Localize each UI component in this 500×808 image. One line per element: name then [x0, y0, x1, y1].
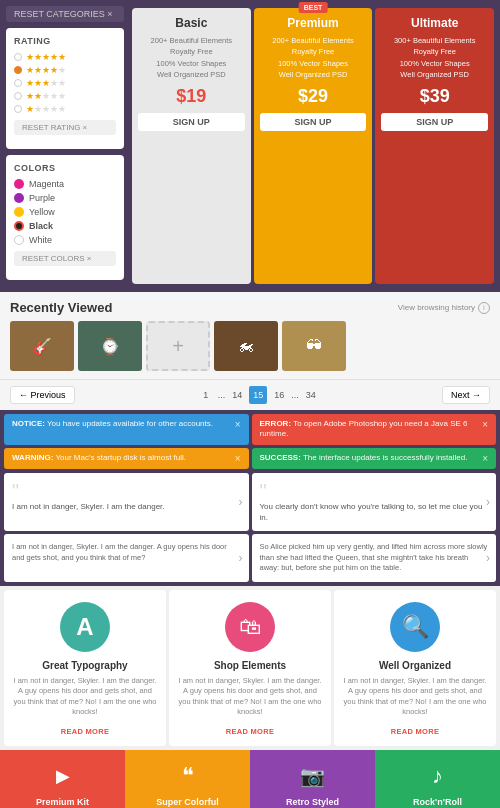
feature-cards-section: A Great Typography I am not in danger, S…	[0, 586, 500, 750]
shop-read-more[interactable]: READ MORE	[226, 727, 275, 736]
warning-text: Your Mac's startup disk is almost full.	[55, 453, 186, 462]
quote-arrow-1[interactable]: ›	[239, 494, 243, 511]
organized-title: Well Organized	[342, 660, 488, 671]
organized-icon-circle: 🔍	[390, 602, 440, 652]
tile-retro-styled[interactable]: 📷 Retro Styled	[250, 750, 375, 808]
success-close-button[interactable]: ×	[482, 453, 488, 464]
quote-arrow-2[interactable]: ›	[486, 494, 490, 511]
ultimate-title: Ultimate	[381, 16, 488, 30]
rating-2star[interactable]: ★★★★★	[14, 91, 116, 101]
quote-box-4: So Alice picked him up very gently, and …	[252, 534, 497, 582]
radio-1star[interactable]	[14, 105, 22, 113]
quote-arrow-3[interactable]: ›	[239, 550, 243, 567]
page-1[interactable]: 1	[197, 386, 215, 404]
pricing-basic: Basic 200+ Beautiful ElementsRoyalty Fre…	[132, 8, 251, 284]
premium-title: Premium	[260, 16, 367, 30]
thumb-1[interactable]: 🎸	[10, 321, 74, 371]
purple-dot	[14, 193, 24, 203]
typography-read-more[interactable]: READ MORE	[61, 727, 110, 736]
best-badge: BEST	[299, 2, 328, 13]
pricing-area: Basic 200+ Beautiful ElementsRoyalty Fre…	[130, 0, 500, 292]
rating-4star[interactable]: ★★★★★	[14, 65, 116, 75]
premium-features: 200+ Beautiful ElementsRoyalty Free100% …	[260, 35, 367, 80]
basic-title: Basic	[138, 16, 245, 30]
tile-rocknroll[interactable]: ♪ Rock'n'Roll	[375, 750, 500, 808]
ultimate-features: 300+ Beautiful ElementsRoyalty Free100% …	[381, 35, 488, 80]
rating-3star[interactable]: ★★★★★	[14, 78, 116, 88]
radio-4star[interactable]	[14, 66, 22, 74]
view-history-link[interactable]: View browsing history i	[398, 302, 490, 314]
pricing-premium: BEST Premium 200+ Beautiful ElementsRoya…	[254, 8, 373, 284]
quote-text-1: I am not in danger, Skyler. I am the dan…	[12, 501, 241, 512]
reset-colors-button[interactable]: RESET COLORS ×	[14, 251, 116, 266]
typography-icon-circle: A	[60, 602, 110, 652]
radio-2star[interactable]	[14, 92, 22, 100]
thumb-2[interactable]: ⌚	[78, 321, 142, 371]
thumb-3[interactable]: 🏍	[214, 321, 278, 371]
thumbnails-row: 🎸 ⌚ + 🏍 🕶	[10, 321, 490, 371]
color-black[interactable]: Black	[14, 221, 116, 231]
error-label: ERROR:	[260, 419, 292, 428]
yellow-dot	[14, 207, 24, 217]
rating-5star[interactable]: ★★★★★	[14, 52, 116, 62]
page-16[interactable]: 16	[270, 386, 288, 404]
thumb-1-img: 🎸	[10, 321, 74, 371]
organized-read-more[interactable]: READ MORE	[391, 727, 440, 736]
basic-signup-button[interactable]: SIGN UP	[138, 113, 245, 131]
organized-text: I am not in danger, Skyler. I am the dan…	[342, 676, 488, 718]
reset-rating-button[interactable]: RESET RATING ×	[14, 120, 116, 135]
reset-categories-button[interactable]: RESET CATEGORIES ×	[6, 6, 124, 22]
stars-5: ★★★★★	[26, 52, 66, 62]
empty-star-4: ★	[58, 65, 66, 75]
next-button[interactable]: Next →	[442, 386, 490, 404]
radio-3star[interactable]	[14, 79, 22, 87]
bottom-tiles: ▶ Premium Kit ❝ Super Colorful 📷 Retro S…	[0, 750, 500, 808]
ellipsis-1: ...	[218, 390, 226, 400]
error-notification: ERROR: To open Adobe Photoshop you need …	[252, 414, 497, 445]
white-label: White	[29, 235, 52, 245]
stars-2: ★★	[26, 91, 42, 101]
ellipsis-2: ...	[291, 390, 299, 400]
quote-box-3: I am not in danger, Skyler. I am the dan…	[4, 534, 249, 582]
color-purple[interactable]: Purple	[14, 193, 116, 203]
quote-text-2: You clearly don't know who you're talkin…	[260, 501, 489, 523]
premium-signup-button[interactable]: SIGN UP	[260, 113, 367, 131]
radio-5star[interactable]	[14, 53, 22, 61]
page-34[interactable]: 34	[302, 386, 320, 404]
retro-styled-label: Retro Styled	[286, 797, 339, 807]
colorful-icon: ❝	[172, 760, 204, 792]
basic-price: $19	[138, 86, 245, 107]
ultimate-signup-button[interactable]: SIGN UP	[381, 113, 488, 131]
prev-button[interactable]: ← Previous	[10, 386, 75, 404]
colors-filter-box: COLORS Magenta Purple Yellow Black	[6, 155, 124, 280]
tile-super-colorful[interactable]: ❝ Super Colorful	[125, 750, 250, 808]
page-14[interactable]: 14	[228, 386, 246, 404]
empty-star-1: ★★★★	[34, 104, 66, 114]
premium-price: $29	[260, 86, 367, 107]
warning-close-button[interactable]: ×	[235, 453, 241, 464]
thumb-4[interactable]: 🕶	[282, 321, 346, 371]
empty-star-2: ★★★	[42, 91, 66, 101]
notifications-area: NOTICE: You have updates available for o…	[0, 410, 500, 473]
quote-arrow-4[interactable]: ›	[486, 550, 490, 567]
page-numbers: 1 ... 14 15 16 ... 34	[197, 386, 320, 404]
rocknroll-icon: ♪	[422, 760, 454, 792]
color-white[interactable]: White	[14, 235, 116, 245]
thumb-add[interactable]: +	[146, 321, 210, 371]
tile-premium-kit[interactable]: ▶ Premium Kit	[0, 750, 125, 808]
basic-features: 200+ Beautiful ElementsRoyalty Free100% …	[138, 35, 245, 80]
colors-title: COLORS	[14, 163, 116, 173]
error-close-button[interactable]: ×	[482, 419, 488, 430]
info-icon: i	[478, 302, 490, 314]
thumb-4-img: 🕶	[282, 321, 346, 371]
color-magenta[interactable]: Magenta	[14, 179, 116, 189]
notice-close-button[interactable]: ×	[235, 419, 241, 430]
quote-box-2: " You clearly don't know who you're talk…	[252, 473, 497, 531]
shop-icon-circle: 🛍	[225, 602, 275, 652]
color-yellow[interactable]: Yellow	[14, 207, 116, 217]
rating-filter-box: RATING ★★★★★ ★★★★★ ★★★★★ ★★★★★	[6, 28, 124, 149]
rating-1star[interactable]: ★★★★★	[14, 104, 116, 114]
typography-title: Great Typography	[12, 660, 158, 671]
ultimate-price: $39	[381, 86, 488, 107]
page-15-active[interactable]: 15	[249, 386, 267, 404]
